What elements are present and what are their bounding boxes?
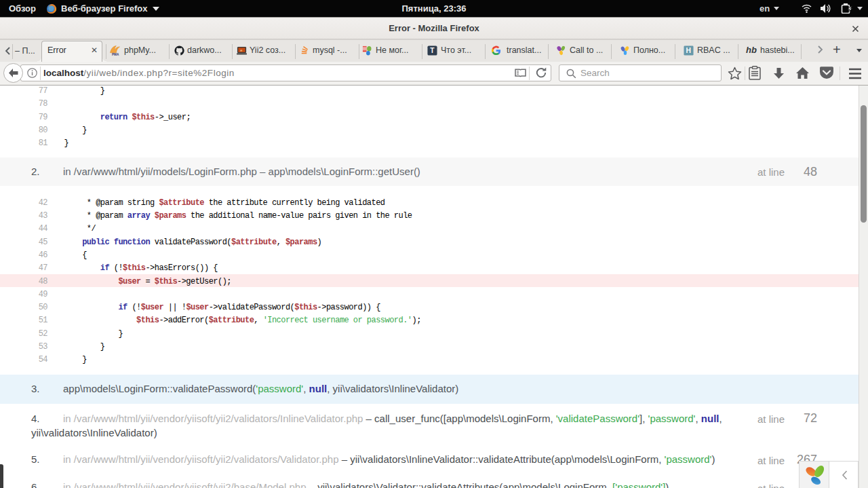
svg-text:T: T [430,47,435,54]
svg-text:e: e [240,48,242,52]
svg-text:H: H [686,47,691,54]
svg-text:PMA: PMA [112,53,119,56]
